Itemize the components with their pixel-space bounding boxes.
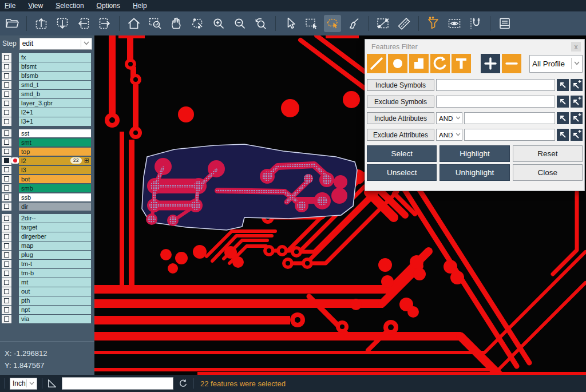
include-symbols-input[interactable] xyxy=(436,79,555,91)
filter-remove-button[interactable] xyxy=(502,54,521,73)
layer-visibility-checkbox[interactable] xyxy=(4,101,9,106)
layer-row-mt[interactable]: mt xyxy=(2,278,91,287)
layer-visibility-checkbox[interactable] xyxy=(4,243,9,248)
layer-row-bfsmb[interactable]: bfsmb xyxy=(2,72,91,80)
snap-button[interactable] xyxy=(467,15,484,32)
layer-visibility-checkbox[interactable] xyxy=(4,185,9,191)
pcb-canvas[interactable]: Features Filter x All Profile xyxy=(94,35,586,375)
layer-checkbox-cell[interactable] xyxy=(2,278,11,287)
filter-type-line-button[interactable] xyxy=(367,54,386,73)
measure-distance-button[interactable] xyxy=(374,15,391,32)
exclude-attributes-operator-select[interactable]: AND xyxy=(436,129,462,141)
layer-row-map[interactable]: map xyxy=(2,241,91,250)
pick-symbol-button[interactable] xyxy=(557,96,569,108)
zoom-window-button[interactable] xyxy=(146,15,164,32)
refresh-icon[interactable] xyxy=(178,378,188,389)
layer-visibility-checkbox[interactable] xyxy=(4,64,9,69)
layer-row-npt[interactable]: npt xyxy=(2,306,91,314)
pick-add-symbol-button[interactable] xyxy=(571,79,583,91)
layer-row-bfsmt[interactable]: bfsmt xyxy=(2,62,91,71)
layer-row-ssb[interactable]: ssb xyxy=(2,193,91,202)
menu-file[interactable]: File xyxy=(5,2,15,10)
layer-checkbox-cell[interactable] xyxy=(2,184,11,193)
exclude-symbols-button[interactable]: Exclude Symbols xyxy=(367,96,434,108)
layer-row-l3+1[interactable]: l3+1 xyxy=(2,117,91,126)
pick-attribute-button[interactable] xyxy=(557,112,569,124)
units-select[interactable]: Inch xyxy=(10,378,37,390)
layer-visibility-checkbox[interactable] xyxy=(4,167,9,172)
layer-checkbox-cell[interactable] xyxy=(2,193,11,202)
home-view-button[interactable] xyxy=(125,15,142,32)
reset-button[interactable]: Reset xyxy=(513,145,583,162)
pan-up-button[interactable] xyxy=(33,15,50,32)
dialog-titlebar[interactable]: Features Filter x xyxy=(365,39,584,54)
unselect-button[interactable]: Unselect xyxy=(367,164,437,181)
clear-brush-button[interactable] xyxy=(345,15,362,32)
layer-visibility-checkbox[interactable] xyxy=(4,216,9,221)
profile-select[interactable]: All Profile xyxy=(529,55,583,73)
include-attributes-operator-select[interactable]: AND xyxy=(436,112,462,124)
layer-visibility-checkbox[interactable] xyxy=(4,316,9,322)
pick-add-symbol-button[interactable] xyxy=(571,96,583,108)
layer-checkbox-cell[interactable] xyxy=(2,251,11,259)
pick-attribute-button[interactable] xyxy=(557,129,569,141)
pan-right-button[interactable] xyxy=(96,15,113,32)
features-filter-button[interactable] xyxy=(425,15,442,32)
feature-info-button[interactable] xyxy=(496,15,513,32)
layer-visibility-checkbox[interactable] xyxy=(4,280,9,285)
layer-visibility-checkbox[interactable] xyxy=(4,225,9,230)
menu-help[interactable]: Help xyxy=(133,2,147,10)
layer-checkbox-cell[interactable] xyxy=(2,203,11,211)
filter-type-arc-button[interactable] xyxy=(430,54,450,73)
layer-checkbox-cell[interactable] xyxy=(2,214,11,223)
select-polygon-button[interactable] xyxy=(324,15,341,32)
layer-visibility-checkbox[interactable] xyxy=(4,110,9,115)
pick-add-attribute-button[interactable] xyxy=(571,112,583,124)
pick-symbol-button[interactable] xyxy=(557,79,569,91)
zoom-polygon-button[interactable] xyxy=(189,15,206,32)
layer-visibility-checkbox[interactable] xyxy=(4,298,9,303)
layer-visibility-checkbox[interactable] xyxy=(4,149,9,154)
pan-down-button[interactable] xyxy=(54,15,71,32)
layer-row-l2[interactable]: l222⊞ xyxy=(2,157,91,165)
layer-row-target[interactable]: target xyxy=(2,223,91,232)
layer-visibility-checkbox[interactable] xyxy=(4,158,9,163)
layer-row-sst[interactable]: sst xyxy=(2,129,91,138)
filter-type-text-button[interactable] xyxy=(452,54,471,73)
layer-checkbox-cell[interactable] xyxy=(2,315,11,323)
layer-visibility-checkbox[interactable] xyxy=(4,119,9,124)
layer-row-bot[interactable]: bot xyxy=(2,175,91,184)
layer-row-via[interactable]: via xyxy=(2,315,91,323)
pan-left-button[interactable] xyxy=(75,15,92,32)
select-pointer-button[interactable] xyxy=(282,15,299,32)
close-button[interactable]: Close xyxy=(513,164,583,181)
layer-row-2dir--[interactable]: 2dir-- xyxy=(2,214,91,223)
layer-checkbox-cell[interactable] xyxy=(2,269,11,278)
layer-checkbox-cell[interactable] xyxy=(2,62,11,71)
filter-type-pad-button[interactable] xyxy=(388,54,407,73)
layer-checkbox-cell[interactable] xyxy=(2,117,11,126)
menu-selection[interactable]: Selection xyxy=(56,2,84,10)
include-symbols-button[interactable]: Include Symbols xyxy=(367,79,434,91)
exclude-attributes-input[interactable] xyxy=(464,129,555,141)
zoom-in-button[interactable] xyxy=(210,15,227,32)
command-input[interactable] xyxy=(62,377,173,390)
pan-hand-button[interactable] xyxy=(168,15,185,32)
layer-visibility-checkbox[interactable] xyxy=(4,130,9,136)
layer-visibility-checkbox[interactable] xyxy=(4,271,9,276)
include-attributes-input[interactable] xyxy=(464,112,555,124)
layer-visibility-checkbox[interactable] xyxy=(4,92,9,97)
layer-checkbox-cell[interactable] xyxy=(2,260,11,268)
layer-checkbox-cell[interactable] xyxy=(2,241,11,250)
layer-checkbox-cell[interactable] xyxy=(2,53,11,62)
layer-checkbox-cell[interactable] xyxy=(2,175,11,184)
unhighlight-button[interactable]: Unhighlight xyxy=(440,164,509,181)
layer-checkbox-cell[interactable] xyxy=(2,166,11,175)
layer-visibility-checkbox[interactable] xyxy=(4,73,9,78)
layer-row-plug[interactable]: plug xyxy=(2,251,91,259)
layer-visibility-checkbox[interactable] xyxy=(4,55,9,60)
layer-visibility-checkbox[interactable] xyxy=(4,82,9,88)
layer-visibility-checkbox[interactable] xyxy=(4,140,9,145)
layer-visibility-checkbox[interactable] xyxy=(4,234,9,239)
filter-add-button[interactable] xyxy=(481,54,500,73)
